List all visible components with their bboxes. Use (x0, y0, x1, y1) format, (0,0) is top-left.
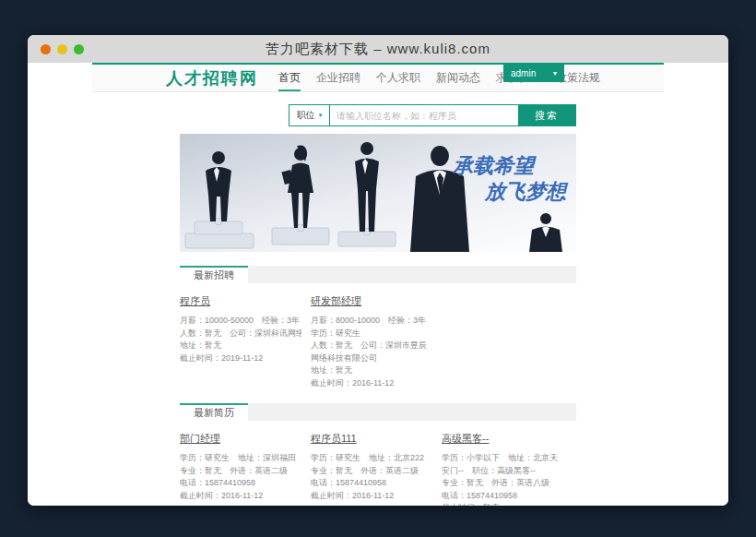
resume-phone-line: 电话：15874410958 (442, 490, 563, 503)
nav-item-home[interactable]: 首页 (278, 65, 301, 91)
resume-title-link[interactable]: 高级黑客-- (442, 432, 489, 446)
nav-item-personal-jobseek[interactable]: 个人求职 (376, 65, 420, 91)
section-latest-resumes: 最新简历 部门经理 学历：研究生 地址：深圳福田 职位：部门经理 专业：暂无 外… (180, 403, 576, 506)
resume-card[interactable]: 部门经理 学历：研究生 地址：深圳福田 职位：部门经理 专业：暂无 外语：英语二… (180, 429, 311, 506)
job-address-line: 地址：暂无 (311, 364, 432, 377)
banner-slogan-line2: 放飞梦想 (483, 180, 569, 203)
job-cards: 程序员 月薪：10000-50000 经验：3年 学历：本科 人数：暂无 公司：… (180, 292, 576, 389)
resume-deadline-line: 截止时间：2016-11-12 (311, 490, 432, 503)
hero-banner[interactable]: 承载希望 放飞梦想 (180, 134, 576, 252)
job-company-line: 人数：暂无 公司：深圳科讯网络 (180, 328, 301, 340)
resume-phone-line: 电话：15874410958 (180, 477, 301, 490)
chevron-down-icon: ▾ (319, 112, 323, 119)
section-resumes-bar: 最新简历 (180, 403, 576, 421)
search-row: 职位 ▾ 搜索 (180, 104, 576, 126)
window-title: 苦力吧素材下载 – www.kuli8.com (28, 41, 728, 58)
search-input[interactable] (330, 105, 518, 125)
resume-title-link[interactable]: 程序员111 (311, 432, 357, 446)
job-title-link[interactable]: 程序员 (180, 294, 210, 308)
banner-illustration: 承载希望 放飞梦想 (180, 134, 576, 252)
resume-major-line: 专业：暂无 外语：英语二级 (180, 465, 301, 478)
admin-dropdown[interactable]: admin ▾ (503, 65, 564, 82)
search-category-label: 职位 (297, 109, 315, 122)
page-viewport: 人才招聘网 首页 企业招聘 个人求职 新闻动态 求职攻略 政策法规 admin … (28, 63, 728, 506)
resume-edu-line: 学历：研究生 地址：深圳福田 职位：部门经理 (180, 452, 301, 465)
resume-title-link[interactable]: 部门经理 (180, 432, 220, 446)
job-salary-line: 月薪：8000-10000 经验：3年 学历：研究生 (311, 315, 432, 340)
job-card[interactable]: 程序员 月薪：10000-50000 经验：3年 学历：本科 人数：暂无 公司：… (180, 292, 311, 389)
nav-item-news[interactable]: 新闻动态 (436, 65, 480, 91)
resume-edu-line: 学历：小学以下 地址：北京天安门-- 职位：高级黑客-- (442, 452, 563, 477)
job-salary-line: 月薪：10000-50000 经验：3年 学历：本科 (180, 315, 301, 328)
job-address-line: 地址：暂无 (180, 340, 301, 352)
job-deadline-line: 截止时间：2016-11-12 (311, 377, 432, 390)
job-card[interactable]: 研发部经理 月薪：8000-10000 经验：3年 学历：研究生 人数：暂无 公… (311, 292, 442, 389)
resume-major-line: 专业：暂无 外语：英语八级 (442, 477, 563, 490)
job-deadline-line: 截止时间：2019-11-12 (180, 352, 301, 365)
tab-latest-jobs[interactable]: 最新招聘 (180, 266, 248, 283)
resume-deadline-line: 截止时间：2016-11-12 (180, 490, 301, 503)
resume-phone-line: 电话：15874410958 (311, 477, 432, 490)
site-header: 人才招聘网 首页 企业招聘 个人求职 新闻动态 求职攻略 政策法规 admin … (92, 63, 664, 92)
browser-window: 苦力吧素材下载 – www.kuli8.com 人才招聘网 首页 企业招聘 个人… (28, 35, 728, 506)
banner-slogan-line1: 承载希望 (452, 154, 537, 177)
search-category-select[interactable]: 职位 ▾ (289, 105, 330, 125)
section-jobs-bar: 最新招聘 (180, 266, 576, 283)
admin-label: admin (511, 68, 536, 78)
tab-latest-resumes[interactable]: 最新简历 (180, 403, 248, 421)
resume-major-line: 专业：暂无 外语：英语二级 (311, 465, 432, 478)
main-content: 最新招聘 程序员 月薪：10000-50000 经验：3年 学历：本科 人数：暂… (180, 266, 576, 506)
resume-deadline-line: 截止时间：暂无 (442, 502, 563, 506)
nav-item-company-jobs[interactable]: 企业招聘 (316, 65, 360, 91)
job-company-line: 人数：暂无 公司：深圳市昱辰网络科技有限公司 (311, 340, 432, 364)
site-logo[interactable]: 人才招聘网 (166, 67, 258, 90)
chevron-down-icon: ▾ (553, 69, 557, 78)
resume-cards: 部门经理 学历：研究生 地址：深圳福田 职位：部门经理 专业：暂无 外语：英语二… (180, 429, 576, 506)
search-button[interactable]: 搜索 (518, 105, 575, 125)
section-latest-jobs: 最新招聘 程序员 月薪：10000-50000 经验：3年 学历：本科 人数：暂… (180, 266, 576, 389)
resume-card[interactable]: 高级黑客-- 学历：小学以下 地址：北京天安门-- 职位：高级黑客-- 专业：暂… (442, 429, 573, 506)
search-box: 职位 ▾ 搜索 (289, 104, 576, 126)
job-title-link[interactable]: 研发部经理 (311, 294, 361, 308)
resume-card[interactable]: 程序员111 学历：研究生 地址：北京222 职位：程序员111 专业：暂无 外… (311, 429, 442, 506)
browser-titlebar: 苦力吧素材下载 – www.kuli8.com (28, 35, 728, 63)
resume-edu-line: 学历：研究生 地址：北京222 职位：程序员111 (311, 452, 432, 465)
